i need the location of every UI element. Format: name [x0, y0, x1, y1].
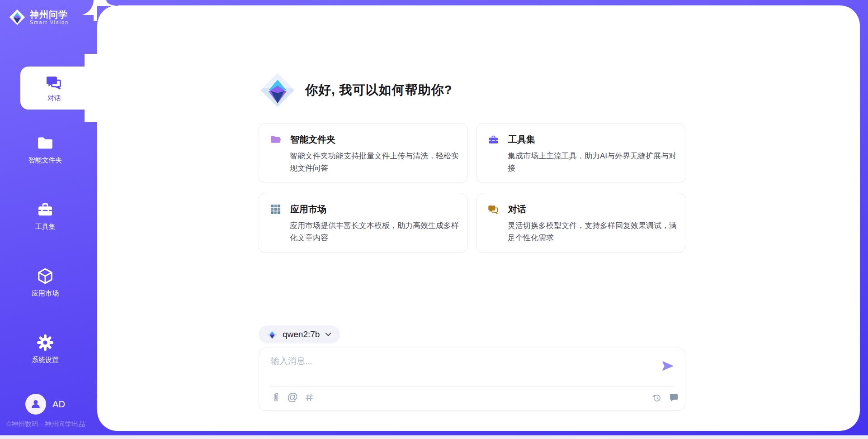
card-app-market[interactable]: 应用市场 应用市场提供丰富长文本模板，助力高效生成多样化文章内容	[259, 193, 467, 253]
sidebar-item-app-market[interactable]: 应用市场	[0, 267, 90, 298]
card-chat[interactable]: 对话 灵活切换多模型文件，支持多样回复效果调试，满足个性化需求	[476, 193, 685, 253]
user-initials: AD	[52, 399, 65, 410]
grid-icon	[270, 204, 281, 215]
card-title: 对话	[508, 203, 526, 215]
paperclip-icon	[271, 392, 281, 403]
folder-open-icon	[270, 134, 281, 145]
model-name: qwen2:7b	[283, 329, 320, 339]
history-icon	[651, 392, 662, 403]
app-title: 神州问学	[30, 10, 69, 19]
tab-curve	[85, 54, 97, 67]
greeting: 你好, 我可以如何帮助你?	[260, 72, 453, 108]
toolbox-icon	[36, 200, 54, 219]
greeting-gem-icon	[260, 72, 295, 108]
person-icon	[30, 398, 42, 410]
chevron-down-icon	[325, 331, 332, 338]
horizontal-scrollbar[interactable]	[0, 435, 868, 439]
sidebar-item-label: 系统设置	[0, 356, 90, 364]
card-description: 智能文件夹功能支持批量文件上传与清洗，轻松实现文件问答	[290, 150, 459, 174]
gear-icon	[36, 334, 54, 352]
toolbox-icon	[488, 134, 499, 145]
chat-icon	[488, 204, 499, 215]
card-toolset[interactable]: 工具集 集成市场上主流工具，助力AI与外界无缝扩展与对接	[476, 123, 685, 183]
app-logo: 神州问学 Smart Vision	[9, 9, 69, 25]
card-title: 应用市场	[290, 203, 326, 215]
sidebar-item-label: 对话	[47, 94, 61, 103]
avatar	[25, 394, 46, 415]
cube-icon	[36, 267, 54, 285]
folder-icon	[36, 134, 54, 152]
sidebar-item-chat[interactable]: 对话	[20, 67, 97, 110]
card-title: 工具集	[508, 134, 535, 146]
sidebar-item-toolset[interactable]: 工具集	[0, 200, 90, 231]
footer-credit: ©神州数码 · 神州问学出品	[6, 420, 85, 429]
send-icon	[661, 360, 674, 372]
attach-button[interactable]	[271, 392, 281, 405]
sidebar: 神州问学 Smart Vision 对话 智能文件夹 工具集	[0, 0, 97, 439]
history-button[interactable]	[651, 392, 662, 405]
card-smart-folder[interactable]: 智能文件夹 智能文件夹功能支持批量文件上传与清洗，轻松实现文件问答	[259, 123, 467, 183]
chat-bubble-icon	[669, 392, 679, 403]
sidebar-item-label: 工具集	[0, 223, 90, 231]
model-selector[interactable]: qwen2:7b	[259, 325, 340, 344]
message-input[interactable]	[271, 355, 651, 382]
hash-button[interactable]	[304, 392, 314, 404]
tab-curve	[85, 110, 97, 122]
sidebar-item-label: 智能文件夹	[0, 156, 90, 165]
card-title: 智能文件夹	[290, 134, 335, 146]
sidebar-item-label: 应用市场	[0, 289, 90, 298]
quick-chat-button[interactable]	[669, 392, 679, 405]
user-profile[interactable]: AD	[0, 394, 90, 415]
greeting-text: 你好, 我可以如何帮助你?	[305, 81, 453, 99]
hash-icon	[304, 392, 314, 402]
model-gem-icon	[267, 329, 278, 340]
sidebar-item-settings[interactable]: 系统设置	[0, 334, 90, 364]
app-subtitle: Smart Vision	[30, 19, 69, 25]
card-description: 集成市场上主流工具，助力AI与外界无缝扩展与对接	[508, 150, 677, 174]
brand-gem-icon	[9, 9, 25, 25]
card-description: 灵活切换多模型文件，支持多样回复效果调试，满足个性化需求	[508, 220, 677, 244]
divider	[270, 386, 674, 387]
chat-icon	[46, 74, 63, 91]
mention-button[interactable]: @	[287, 391, 298, 403]
send-button[interactable]	[661, 360, 674, 374]
sidebar-item-smart-folder[interactable]: 智能文件夹	[0, 134, 90, 165]
message-composer: @	[259, 348, 685, 411]
mention-icon: @	[287, 391, 298, 403]
card-description: 应用市场提供丰富长文本模板，助力高效生成多样化文章内容	[290, 220, 459, 244]
